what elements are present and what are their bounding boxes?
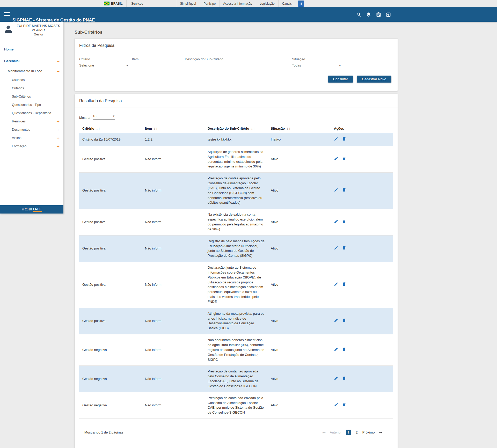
cell-acoes (331, 366, 393, 392)
edit-pencil-icon (334, 137, 338, 141)
sidebar-item-criterios[interactable]: Critérios (0, 84, 63, 92)
cell-descricao: Não adquiriram gêneros alimentícios da a… (204, 334, 268, 366)
cell-descricao: Prestação de conta não aprovada pelo Con… (204, 366, 268, 392)
sidebar-item-usuarios[interactable]: Usuários (0, 76, 63, 84)
government-bar: BRASIL Serviços Simplifique!ParticipeAce… (0, 0, 497, 7)
sidebar-item-questionarios-tipo[interactable]: Questionários - Tipo (0, 101, 63, 109)
sort-icon[interactable]: ↓↑ (154, 127, 158, 130)
brazil-flag: BRASIL (102, 2, 126, 5)
next-page-button[interactable]: Próximo (362, 430, 375, 434)
sidebar-item-home[interactable]: Home (0, 45, 63, 54)
trash-icon (342, 219, 346, 224)
layers-button[interactable] (366, 11, 372, 18)
sidebar-item-sub-criterios[interactable]: Sub-Critérios (0, 92, 63, 101)
page-size-select[interactable]: 10 ▾ (93, 114, 115, 120)
page-2-button[interactable]: 2 (355, 430, 358, 434)
assignment-button[interactable] (375, 11, 382, 18)
collapse-icon[interactable]: − (56, 58, 60, 63)
sidebar-item-formacao[interactable]: Formação+ (0, 142, 63, 150)
delete-button[interactable] (342, 137, 346, 143)
govbar-servicos-link[interactable]: Serviços (126, 0, 148, 7)
sidebar-item-gerencial[interactable]: Gerencial − (0, 56, 63, 66)
edit-pencil-icon (334, 347, 338, 351)
edit-button[interactable] (334, 376, 338, 382)
results-summary: Mostrando 1 de 2 páginas (84, 430, 123, 434)
last-page-icon[interactable]: ⇥ (379, 430, 382, 435)
edit-button[interactable] (334, 402, 338, 408)
criterio-select[interactable]: Selecione ▾ (79, 62, 128, 69)
page-1-button[interactable]: 1 (346, 430, 351, 435)
expand-icon[interactable]: + (56, 144, 60, 149)
user-avatar-icon (3, 24, 13, 34)
cell-criterio: Gestão positiva (79, 146, 142, 172)
delete-button[interactable] (342, 282, 346, 288)
delete-button[interactable] (342, 156, 346, 162)
criterio-label: Critério (79, 57, 128, 61)
edit-pencil-icon (334, 188, 338, 192)
copyright-text: © 2018 (22, 208, 32, 211)
sidebar-item-visitas[interactable]: Visitas+ (0, 134, 63, 142)
edit-button[interactable] (334, 347, 338, 353)
accessibility-button[interactable] (298, 1, 304, 7)
sidebar-item-monitoramento-in-loco[interactable]: Monitoramento In Loco − (0, 66, 63, 76)
govbar-link-legislacao[interactable]: Legislação (256, 0, 278, 7)
edit-button[interactable] (334, 156, 338, 162)
column-header-descricao-do-sub-criterio[interactable]: Descrição do Sub-Critério↓↑ (204, 124, 268, 133)
column-header-item[interactable]: Item↓↑ (142, 124, 204, 133)
sidebar-item-reunioes[interactable]: Reuniões+ (0, 117, 63, 126)
govbar-link-canais[interactable]: Canais (278, 0, 295, 7)
edit-button[interactable] (334, 219, 338, 225)
delete-button[interactable] (342, 318, 346, 324)
delete-button[interactable] (342, 219, 346, 225)
edit-pencil-icon (334, 282, 338, 286)
delete-button[interactable] (342, 402, 346, 408)
cell-descricao: Atingimento da meta prevista, para os an… (204, 308, 268, 334)
cell-criterio: Critério da Zu 15/07/2019 (79, 133, 142, 146)
trash-icon (342, 376, 346, 380)
sort-icon[interactable]: ↓↑ (286, 127, 290, 130)
collapse-icon[interactable]: − (56, 69, 60, 74)
fnde-link[interactable]: FNDE (33, 207, 42, 212)
trash-icon (342, 282, 346, 286)
sort-icon[interactable]: ↓↑ (251, 127, 255, 130)
situacao-select[interactable]: Todas ▾ (292, 62, 341, 69)
situacao-selected-value: Todas (292, 63, 301, 67)
column-header-situacao[interactable]: Situação↓↑ (268, 124, 331, 133)
cell-criterio: Gestão negativa (79, 334, 142, 366)
cadastrar-novo-button[interactable]: Cadastrar Novo (357, 76, 391, 83)
menu-toggle-button[interactable] (4, 12, 10, 16)
sidebar-item-documentos[interactable]: Documentos+ (0, 126, 63, 134)
edit-button[interactable] (334, 188, 338, 194)
expand-icon[interactable]: + (56, 127, 60, 132)
edit-button[interactable] (334, 137, 338, 143)
column-header-criterio[interactable]: Critério↓↑ (79, 124, 142, 133)
cell-descricao: testre kk kkkkkk (204, 133, 268, 146)
govbar-link-acesso-a-informacao[interactable]: Acesso à informação (219, 0, 256, 7)
cell-situacao: Ativo (268, 392, 331, 418)
logout-button[interactable] (385, 11, 391, 18)
sort-icon[interactable]: ↓↑ (96, 127, 100, 130)
descricao-input[interactable] (185, 62, 288, 69)
govbar-link-participe[interactable]: Participe (200, 0, 220, 7)
chevron-down-icon: ▾ (339, 64, 341, 67)
cell-criterio: Gestão positiva (79, 173, 142, 209)
delete-button[interactable] (342, 188, 346, 194)
sidebar-item-questionarios-repositorio[interactable]: Questionários - Repositório (0, 109, 63, 117)
edit-button[interactable] (334, 246, 338, 252)
edit-button[interactable] (334, 282, 338, 288)
item-input[interactable] (132, 62, 181, 69)
expand-icon[interactable]: + (56, 136, 60, 141)
logout-icon (386, 12, 391, 17)
delete-button[interactable] (342, 376, 346, 382)
expand-icon[interactable]: + (56, 119, 60, 124)
page-title: Sub-Critérios (75, 30, 398, 35)
govbar-link-simplifique[interactable]: Simplifique! (176, 0, 200, 7)
delete-button[interactable] (342, 347, 346, 353)
descricao-label: Descrição do Sub-Critério (185, 57, 288, 61)
consultar-button[interactable]: Consultar (328, 76, 353, 83)
results-card-title: Resultado da Pesquisa (75, 94, 398, 107)
cell-item: Não inform (142, 235, 204, 262)
edit-button[interactable] (334, 318, 338, 324)
search-button[interactable] (356, 11, 362, 18)
delete-button[interactable] (342, 246, 346, 252)
